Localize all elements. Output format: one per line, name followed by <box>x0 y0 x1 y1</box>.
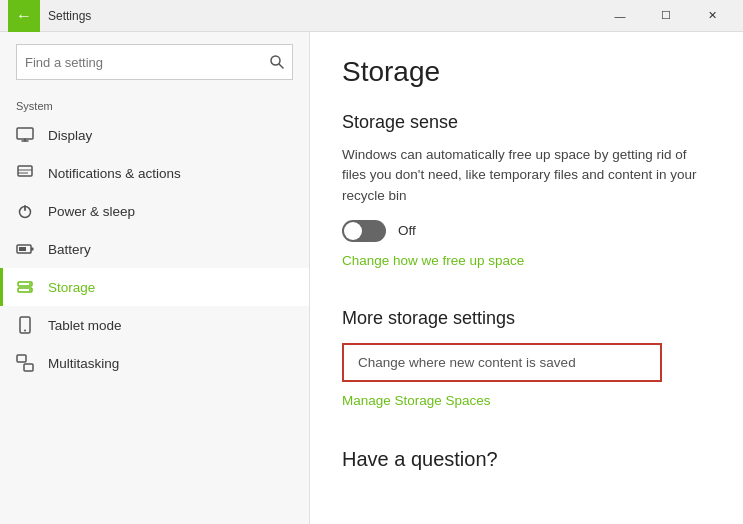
search-input[interactable] <box>25 55 270 70</box>
multitasking-icon <box>16 354 34 372</box>
have-question-title: Have a question? <box>342 448 711 471</box>
svg-rect-19 <box>17 355 26 362</box>
page-title: Storage <box>342 56 711 88</box>
sidebar: System Display Notifications & <box>0 32 310 524</box>
sidebar-label-notifications: Notifications & actions <box>48 166 181 181</box>
back-button[interactable]: ← <box>8 0 40 32</box>
maximize-button[interactable]: ☐ <box>643 0 689 32</box>
content-area: Storage Storage sense Windows can automa… <box>310 32 743 524</box>
sidebar-item-battery[interactable]: Battery <box>0 230 309 268</box>
sidebar-label-display: Display <box>48 128 92 143</box>
svg-rect-12 <box>19 247 26 251</box>
toggle-thumb <box>344 222 362 240</box>
storage-sense-toggle[interactable] <box>342 220 386 242</box>
free-up-space-link[interactable]: Change how we free up space <box>342 253 524 268</box>
minimize-button[interactable]: — <box>597 0 643 32</box>
close-button[interactable]: ✕ <box>689 0 735 32</box>
sidebar-label-tablet: Tablet mode <box>48 318 122 333</box>
power-icon <box>16 202 34 220</box>
sidebar-item-notifications[interactable]: Notifications & actions <box>0 154 309 192</box>
svg-point-18 <box>24 330 26 332</box>
more-storage-title: More storage settings <box>342 308 711 329</box>
search-icon <box>270 55 284 69</box>
notifications-icon <box>16 164 34 182</box>
main-layout: System Display Notifications & <box>0 32 743 524</box>
sidebar-section-label: System <box>0 92 309 116</box>
sidebar-item-display[interactable]: Display <box>0 116 309 154</box>
manage-storage-spaces-link[interactable]: Manage Storage Spaces <box>342 393 491 408</box>
change-content-location-button[interactable]: Change where new content is saved <box>342 343 662 382</box>
svg-rect-20 <box>24 364 33 371</box>
toggle-row: Off <box>342 220 711 242</box>
sidebar-label-multitasking: Multitasking <box>48 356 119 371</box>
sidebar-item-storage[interactable]: Storage <box>0 268 309 306</box>
window-title: Settings <box>48 9 597 23</box>
svg-rect-11 <box>31 248 34 251</box>
svg-rect-2 <box>17 128 33 139</box>
window-controls: — ☐ ✕ <box>597 0 735 32</box>
sidebar-item-tablet[interactable]: Tablet mode <box>0 306 309 344</box>
search-box[interactable] <box>16 44 293 80</box>
svg-line-1 <box>279 64 283 68</box>
svg-rect-5 <box>18 166 32 176</box>
sidebar-label-power: Power & sleep <box>48 204 135 219</box>
storage-icon <box>16 278 34 296</box>
tablet-icon <box>16 316 34 334</box>
sidebar-item-power[interactable]: Power & sleep <box>0 192 309 230</box>
display-icon <box>16 126 34 144</box>
titlebar: ← Settings — ☐ ✕ <box>0 0 743 32</box>
storage-sense-title: Storage sense <box>342 112 711 133</box>
sidebar-label-battery: Battery <box>48 242 91 257</box>
svg-point-15 <box>29 283 31 285</box>
battery-icon <box>16 240 34 258</box>
section-divider: More storage settings <box>342 308 711 329</box>
sidebar-label-storage: Storage <box>48 280 95 295</box>
sidebar-item-multitasking[interactable]: Multitasking <box>0 344 309 382</box>
svg-point-16 <box>29 289 31 291</box>
storage-sense-description: Windows can automatically free up space … <box>342 145 711 206</box>
toggle-label: Off <box>398 223 416 238</box>
